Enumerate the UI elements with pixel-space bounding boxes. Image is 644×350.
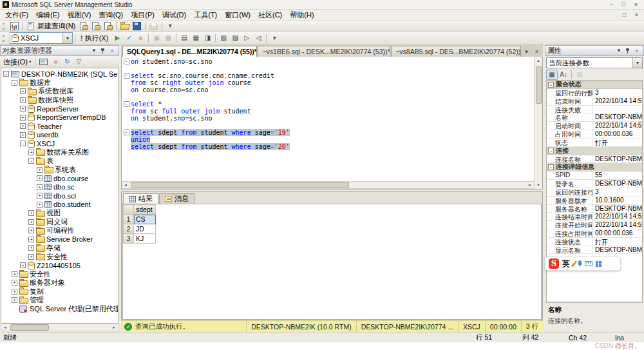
tree-node[interactable]: -XSCJ [1, 139, 118, 148]
menu-item[interactable]: 社区(C) [254, 10, 286, 21]
code-line[interactable]: on course.cno=sc.cno [122, 86, 534, 93]
connect-button[interactable]: 连接(O) ▾ [1, 57, 33, 67]
code-line[interactable] [122, 93, 534, 101]
tree-expander-icon[interactable]: + [12, 280, 17, 286]
scroll-left-arrow[interactable]: ◄ [122, 182, 129, 188]
scroll-down-arrow[interactable]: ▼ [535, 181, 543, 189]
parse-query-button[interactable]: ✓ [123, 33, 135, 43]
tree-node[interactable]: +Z2104405105 [1, 261, 118, 270]
property-row[interactable]: SPID55 [547, 171, 642, 180]
soft-keyboard-icon[interactable] [585, 261, 592, 266]
property-row[interactable]: 返回行的行数3 [547, 89, 642, 97]
editor-tab[interactable]: ~vs8AB5.sql - DES...BME2IK\20774 (52)) [391, 46, 521, 57]
tree-node[interactable]: +userdb [1, 131, 118, 140]
ime-language-indicator[interactable]: 英 [562, 258, 570, 269]
execute-button[interactable]: ! 执行(X) [77, 33, 111, 43]
collapse-region-icon[interactable]: - [124, 101, 129, 107]
tree-expander-icon[interactable]: + [20, 115, 26, 121]
collapse-icon[interactable]: - [548, 82, 554, 88]
pin-button[interactable] [99, 46, 108, 55]
scroll-thumb[interactable] [10, 324, 49, 331]
sogou-logo-icon[interactable]: S [549, 258, 559, 269]
available-databases-combo[interactable]: XSCJ ▼ [10, 32, 73, 44]
tab-results[interactable]: 结果 [123, 193, 158, 204]
tree-expander-icon[interactable]: + [20, 262, 26, 268]
panel-menu-button[interactable]: ▼ [90, 46, 99, 55]
tree-expander-icon[interactable]: + [20, 106, 26, 112]
property-row[interactable]: 连接占用时间00:00:00.036 [547, 229, 642, 238]
open-file-button[interactable] [118, 21, 131, 31]
analysis-services-query-button[interactable] [90, 21, 102, 31]
tree-node[interactable]: +Teacher [1, 122, 118, 131]
tree-node[interactable]: +管理 [1, 296, 118, 305]
result-cell[interactable]: CS [134, 215, 156, 224]
filter-button[interactable]: ▽ [73, 57, 84, 67]
ime-menu-icon[interactable] [596, 261, 601, 267]
mdi-close-button[interactable]: × [630, 11, 643, 19]
tree-expander-icon[interactable]: + [37, 175, 43, 181]
tree-expander-icon[interactable]: + [28, 245, 34, 251]
object-explorer-hscrollbar[interactable]: ◄ ► [1, 324, 118, 331]
code-line[interactable]: select sdept from student where sage='20… [122, 143, 534, 150]
activity-monitor-button[interactable] [8, 21, 21, 31]
tree-expander-icon[interactable]: + [20, 97, 26, 103]
scroll-track[interactable] [9, 324, 110, 331]
tab-list-button[interactable]: ▾ [522, 46, 531, 56]
tree-expander-icon[interactable]: - [28, 158, 34, 164]
uncomment-selection-button[interactable]: ▨ [229, 33, 241, 43]
collapse-icon[interactable]: - [548, 164, 554, 170]
disconnect-button[interactable] [37, 57, 50, 67]
result-cell[interactable]: JD [134, 224, 156, 234]
property-row[interactable]: 连接开始时间2022/10/14 14:55:35 [547, 221, 642, 229]
tree-expander-icon[interactable]: + [20, 88, 26, 94]
pin-button[interactable] [623, 46, 632, 55]
toolbar-grip[interactable] [3, 23, 6, 30]
property-row[interactable]: 占用时间00:00:00.036 [547, 130, 642, 139]
menu-item[interactable]: 项目(P) [127, 10, 158, 21]
scroll-track[interactable] [129, 182, 526, 188]
property-row[interactable]: 名称DESKTOP-NBME2I... [547, 113, 642, 122]
property-row[interactable]: 登录名DESKTOP-NBME2I... [547, 180, 642, 188]
results-to-text-button[interactable]: ▤ [178, 33, 190, 43]
scroll-up-arrow[interactable]: ▲ [535, 57, 543, 64]
menu-item[interactable]: 窗口(W) [221, 10, 254, 21]
code-line[interactable]: from sc right outer join course [122, 79, 534, 86]
menu-item[interactable]: 调试(D) [158, 10, 190, 21]
mdi-restore-button[interactable]: □ [618, 11, 630, 19]
code-line[interactable]: -on student.sno=sc.sno [122, 58, 534, 65]
tab-messages[interactable]: 消息 [159, 193, 194, 204]
save-button[interactable] [131, 21, 143, 31]
tree-node[interactable]: -数据库 [1, 79, 118, 88]
menu-item[interactable]: 查询(Q) [95, 10, 127, 21]
code-line[interactable]: from sc full outer join student [122, 108, 534, 115]
panel-menu-button[interactable]: ▼ [614, 46, 623, 55]
tree-node[interactable]: +dbo.course [1, 174, 118, 183]
scroll-right-arrow[interactable]: ► [110, 324, 118, 331]
code-area[interactable]: -on student.sno=sc.sno-select sc.sno,cou… [122, 57, 534, 181]
tree-expander-icon[interactable]: + [20, 123, 26, 129]
scroll-thumb[interactable] [536, 66, 542, 104]
tree-node[interactable]: +dbo.student [1, 200, 118, 209]
collapse-region-icon[interactable]: - [124, 73, 129, 79]
tree-expander-icon[interactable]: + [12, 271, 17, 277]
property-row[interactable]: 连接失败 [547, 106, 642, 114]
collapse-region-icon[interactable]: - [124, 130, 129, 135]
property-row[interactable]: 结束时间2022/10/14 14:55:3... [547, 97, 642, 106]
tree-node[interactable]: +数据库快照 [1, 96, 118, 105]
tree-node[interactable]: +视图 [1, 209, 118, 218]
property-row[interactable]: 连接结束时间2022/10/14 14:55:3... [547, 213, 642, 221]
panel-close-button[interactable]: × [108, 46, 117, 55]
code-line[interactable] [122, 122, 534, 129]
property-row[interactable]: 显示名称DESKTOP-NBME2I... [547, 246, 642, 255]
tree-node[interactable]: +Service Broker [1, 235, 118, 244]
tree-expander-icon[interactable]: + [12, 297, 17, 303]
chevron-down-icon[interactable]: ▼ [632, 58, 642, 68]
tree-node[interactable]: +数据库关系图 [1, 148, 118, 157]
properties-object-combo[interactable]: 当前连接参数 ▼ [546, 57, 643, 68]
tree-expander-icon[interactable]: - [20, 141, 26, 146]
collapse-icon[interactable]: - [548, 148, 554, 153]
menu-item[interactable]: 编辑(E) [32, 10, 64, 21]
standard-toolbar-overflow-button[interactable]: ▾ [164, 21, 176, 31]
tree-expander-icon[interactable]: + [37, 202, 43, 208]
tree-node[interactable]: +安全性 [1, 270, 118, 279]
